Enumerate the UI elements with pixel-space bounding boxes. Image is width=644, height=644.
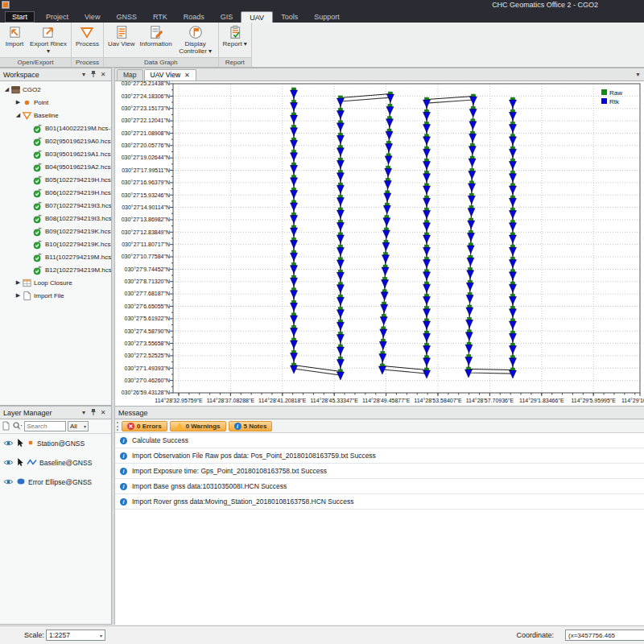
rtk-point-marker[interactable] [423, 345, 431, 353]
menu-tab-roads[interactable]: Roads [175, 11, 213, 23]
rtk-point-marker[interactable] [467, 246, 474, 254]
rtk-point-marker[interactable] [336, 185, 344, 193]
visibility-eye-icon[interactable] [3, 439, 14, 449]
rtk-point-marker[interactable] [386, 143, 393, 151]
coordinate-field[interactable]: (x=3457756.465 [565, 630, 644, 641]
menu-tab-start[interactable]: Start [5, 11, 35, 23]
layer-search-input[interactable] [24, 421, 66, 431]
rtk-point-marker[interactable] [509, 370, 516, 378]
rtk-point-marker[interactable] [336, 110, 344, 118]
rtk-point-marker[interactable] [423, 161, 431, 169]
rtk-point-marker[interactable] [509, 345, 516, 353]
rtk-point-marker[interactable] [336, 310, 344, 318]
tree-expander-icon[interactable]: ◢ [3, 86, 10, 93]
rtk-point-marker[interactable] [509, 284, 516, 292]
ribbon-button-process[interactable]: Process [73, 24, 101, 48]
tree-item-b09-1022794219k-hcs-1[interactable]: B09(1022794219K.hcs->1 [0, 225, 111, 237]
rtk-point-marker[interactable] [291, 316, 298, 324]
rtk-point-marker[interactable] [468, 196, 475, 204]
rtk-point-marker[interactable] [336, 297, 344, 305]
rtk-point-marker[interactable] [423, 137, 431, 145]
rtk-point-marker[interactable] [423, 309, 431, 317]
rtk-point-marker[interactable] [423, 174, 431, 182]
rtk-point-marker[interactable] [469, 159, 476, 167]
ribbon-button-export-rinex[interactable]: Export Rinex ▾ [27, 24, 69, 56]
tree-item-b12-1022794219m-hcs-1[interactable]: B12(1022794219M.hcs->1 [0, 263, 111, 276]
rtk-point-marker[interactable] [509, 125, 516, 133]
visibility-eye-icon[interactable] [3, 458, 14, 469]
tree-item-b07-1022794219i3-hcs-1[interactable]: B07(1022794219I3.hcs->1 [0, 199, 111, 212]
rtk-point-marker[interactable] [336, 135, 344, 143]
pin-icon[interactable] [89, 70, 98, 80]
menu-tab-support[interactable]: Support [306, 11, 348, 23]
rtk-point-marker[interactable] [336, 322, 344, 330]
tree-expander-icon[interactable]: ▶ [14, 292, 22, 299]
rtk-point-marker[interactable] [386, 94, 394, 102]
rtk-point-marker[interactable] [423, 112, 431, 120]
rtk-point-marker[interactable] [509, 358, 516, 366]
tree-item-b08-1022794219i3-hcs-9[interactable]: B08(1022794219I3.hcs->9 [0, 212, 111, 225]
rtk-point-marker[interactable] [336, 160, 344, 168]
rtk-point-marker[interactable] [386, 131, 393, 139]
close-icon[interactable]: ✕ [184, 72, 190, 79]
rtk-point-marker[interactable] [291, 341, 298, 349]
rtk-point-marker[interactable] [423, 358, 431, 366]
rtk-point-marker[interactable] [466, 295, 473, 303]
rtk-point-marker[interactable] [423, 186, 431, 194]
rtk-point-marker[interactable] [465, 345, 473, 353]
rtk-point-marker[interactable] [336, 235, 344, 243]
rtk-point-marker[interactable] [423, 198, 431, 206]
rtk-point-marker[interactable] [382, 230, 390, 238]
rtk-point-marker[interactable] [509, 272, 516, 280]
rtk-point-marker[interactable] [336, 335, 344, 343]
rtk-point-marker[interactable] [465, 332, 473, 341]
app-icon[interactable] [2, 1, 10, 9]
rtk-point-marker[interactable] [382, 267, 389, 275]
warnings-filter-button[interactable]: 0 Warnings [170, 421, 226, 431]
rtk-point-marker[interactable] [469, 134, 477, 142]
rtk-point-marker[interactable] [423, 272, 431, 280]
rtk-point-marker[interactable] [509, 321, 516, 329]
tree-item-baseline[interactable]: ◢Baseline [0, 109, 111, 122]
panel-dropdown-icon[interactable]: ▾ [79, 409, 89, 416]
rtk-point-marker[interactable] [509, 235, 516, 243]
tree-item-point[interactable]: ▶Point [0, 96, 111, 109]
rtk-point-marker[interactable] [423, 260, 431, 268]
message-row[interactable]: iImport Rover gnss data:Moving_Station_2… [115, 494, 644, 510]
tree-expander-icon[interactable]: ◢ [14, 112, 22, 118]
message-row[interactable]: iCalculate Success [115, 433, 644, 448]
rtk-point-marker[interactable] [382, 255, 390, 263]
rtk-point-marker[interactable] [509, 149, 516, 157]
ribbon-button-uav-view[interactable]: Uav View [105, 24, 138, 48]
rtk-point-marker[interactable] [336, 173, 344, 181]
visibility-eye-icon[interactable] [3, 477, 14, 488]
rtk-point-marker[interactable] [291, 153, 298, 161]
message-row[interactable]: iImport Exposure time: Gps_Point_2018010… [115, 464, 644, 479]
ribbon-button-import[interactable]: Import [2, 24, 27, 48]
rtk-point-marker[interactable] [336, 210, 344, 218]
rtk-point-marker[interactable] [509, 296, 516, 304]
select-cursor-icon[interactable] [16, 438, 24, 449]
menu-tab-rtk[interactable]: RTK [145, 11, 175, 23]
close-icon[interactable]: ✕ [98, 71, 108, 78]
rtk-point-marker[interactable] [509, 112, 516, 120]
rtk-point-marker[interactable] [509, 210, 516, 218]
rtk-point-marker[interactable] [509, 100, 516, 108]
menu-tab-tools[interactable]: Tools [273, 11, 306, 23]
rtk-point-marker[interactable] [291, 303, 298, 311]
rtk-point-marker[interactable] [469, 184, 476, 192]
rtk-point-marker[interactable] [336, 260, 344, 268]
tree-item-loop-closure[interactable]: ▶Loop Closure [0, 276, 111, 289]
rtk-point-marker[interactable] [509, 186, 516, 194]
errors-filter-button[interactable]: ✕ 0 Errors [122, 421, 167, 431]
rtk-point-marker[interactable] [381, 292, 388, 300]
rtk-point-marker[interactable] [467, 258, 474, 266]
scale-select[interactable]: 1:2257 ▾ [46, 630, 105, 641]
menu-tab-project[interactable]: Project [38, 11, 76, 23]
tree-item-b02-950196219a0-hcs-1[interactable]: B02(950196219A0.hcs->1 [0, 134, 111, 147]
rtk-point-marker[interactable] [468, 221, 475, 229]
rtk-point-marker[interactable] [382, 279, 389, 287]
rtk-point-marker[interactable] [336, 285, 344, 293]
rtk-point-marker[interactable] [423, 333, 431, 341]
rtk-point-marker[interactable] [509, 223, 516, 231]
